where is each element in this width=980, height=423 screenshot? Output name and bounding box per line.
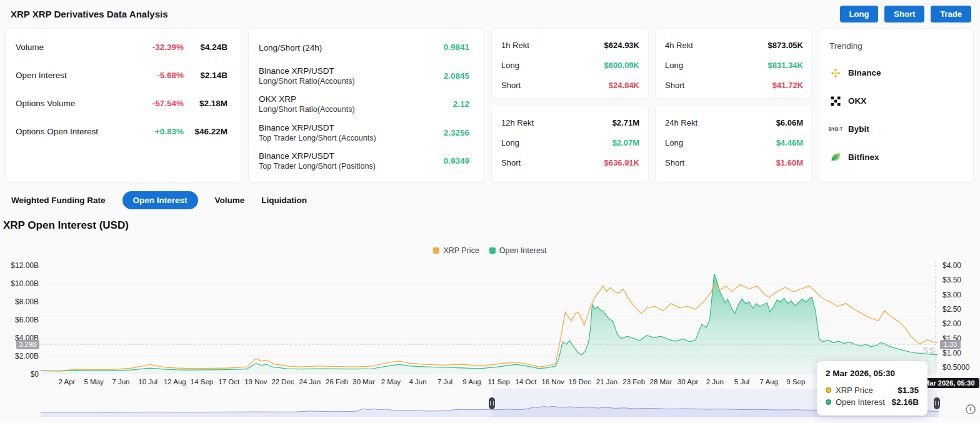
ratio-row: OKX XRP Long/Short Ratio(Accounts) 2.12 xyxy=(249,90,484,119)
rekt-long-label: Long xyxy=(501,61,604,70)
rekt-short-label: Short xyxy=(501,158,604,167)
x-axis-tick: 17 Oct xyxy=(218,378,239,386)
overview-row-volume: Volume -32.39% $4.24B xyxy=(6,33,241,61)
x-axis-tick: 4 Jun xyxy=(409,378,427,386)
legend-item-xrp-price[interactable]: XRP Price xyxy=(433,246,479,255)
ratio-row: Binance XRP/USDT Top Trader Long/Short (… xyxy=(249,147,484,176)
rekt-column-right: 4h Rekt$873.05K Long$831.34K Short$41.72… xyxy=(655,28,812,182)
right-axis-tick: $2.50 xyxy=(942,305,961,314)
x-axis-tick: 21 Jan xyxy=(596,378,618,386)
rekt-short-label: Short xyxy=(501,81,609,90)
header: XRP XRP Derivatives Data Analysis Long S… xyxy=(0,0,980,27)
stat-label: Options Volume xyxy=(16,99,128,108)
trending-item-okx[interactable]: OKX xyxy=(829,87,963,115)
okx-icon xyxy=(829,96,842,106)
tooltip-label: XRP Price xyxy=(836,386,893,395)
left-axis-tick: $2.00B xyxy=(15,352,39,361)
tab-weighted-funding-rate[interactable]: Weighted Funding Rate xyxy=(11,196,106,205)
ratio-row: Binance XRP/USDT Top Trader Long/Short (… xyxy=(249,119,484,147)
chart-tabs: Weighted Funding Rate Open Interest Volu… xyxy=(11,191,307,209)
tooltip-label: Open Interest xyxy=(836,397,887,407)
rekt-short-value: $636.91K xyxy=(604,158,639,167)
overview-row-open-interest: Open Interest -5.68% $2.14B xyxy=(6,61,241,89)
page-title: XRP XRP Derivatives Data Analysis xyxy=(11,9,168,19)
x-axis-tick: 19 Dec xyxy=(569,378,591,386)
stat-change: -32.39% xyxy=(128,42,184,52)
left-axis-tick: $10.00B xyxy=(11,279,39,288)
rekt-card-4h: 4h Rekt$873.05K Long$831.34K Short$41.72… xyxy=(655,28,812,99)
x-axis-tick: 2 May xyxy=(381,378,401,386)
rekt-total: $6.06M xyxy=(776,118,803,127)
trending-name: OKX xyxy=(848,96,866,106)
trending-item-bitfinex[interactable]: Bitfinex xyxy=(829,143,963,171)
trending-item-bybit[interactable]: BYBIT Bybit xyxy=(829,115,963,143)
long-button[interactable]: Long xyxy=(840,6,879,22)
legend-label: XRP Price xyxy=(443,246,479,255)
x-axis-tick: 9 Aug xyxy=(462,378,481,386)
ratio-value: 2.0845 xyxy=(444,71,469,81)
trade-button[interactable]: Trade xyxy=(931,6,971,22)
x-axis-tick: 7 Jul xyxy=(438,378,452,386)
navigator-left-handle[interactable] xyxy=(489,397,495,409)
ratio-value: 2.3256 xyxy=(444,128,469,137)
x-axis-tick: 7 Aug xyxy=(759,378,778,386)
ratio-value: 0.9349 xyxy=(444,156,469,166)
stat-change: -57.54% xyxy=(128,99,184,108)
x-axis-tick: 14 Oct xyxy=(515,378,536,386)
stat-change: +0.83% xyxy=(128,127,184,136)
trending-name: Bybit xyxy=(848,124,869,134)
ratio-value: 2.12 xyxy=(453,99,469,109)
tab-open-interest[interactable]: Open Interest xyxy=(122,191,198,209)
x-axis-tick: 16 Nov xyxy=(541,378,564,386)
rekt-short-label: Short xyxy=(665,81,772,90)
stat-value: $4.24B xyxy=(184,42,228,52)
x-axis-tick: 22 Dec xyxy=(271,378,294,386)
header-actions: Long Short Trade xyxy=(840,6,971,22)
rekt-long-label: Long xyxy=(665,61,768,70)
rekt-period: 1h Rekt xyxy=(501,41,604,50)
disclaimer-icon[interactable]: ! xyxy=(965,404,976,415)
rekt-period: 4h Rekt xyxy=(665,41,768,50)
rekt-short-label: Short xyxy=(665,158,776,167)
x-axis-tick: 2 Jun xyxy=(706,378,724,386)
rekt-period: 24h Rekt xyxy=(665,118,776,127)
x-axis-tick: 23 Feb xyxy=(622,378,645,386)
tooltip-value: $1.35 xyxy=(898,386,919,395)
svg-text:!: ! xyxy=(970,406,972,412)
stat-label: Options Open Interest xyxy=(16,127,128,136)
left-axis-tick: $6.00B xyxy=(15,316,39,324)
chart-tooltip: 2 Mar 2026, 05:30 XRP Price $1.35 Open I… xyxy=(817,361,928,416)
overview-row-options-open-interest: Options Open Interest +0.83% $46.22M xyxy=(6,117,241,146)
rekt-long-value: $2.07M xyxy=(612,138,639,147)
left-axis-tick: $8.00B xyxy=(15,297,39,306)
right-axis-tick: $4.00 xyxy=(942,261,961,270)
grip-icon xyxy=(490,401,494,406)
price-dot-icon xyxy=(826,387,831,393)
x-axis-tick: 14 Sep xyxy=(191,378,213,386)
rekt-long-label: Long xyxy=(665,138,776,147)
trending-item-binance[interactable]: Binance xyxy=(829,59,963,87)
main-chart-svg[interactable] xyxy=(41,261,938,374)
rekt-long-label: Long xyxy=(501,138,612,147)
x-axis-tick: 12 Aug xyxy=(164,378,186,386)
ratio-subtitle: Long/Short Ratio(Accounts) xyxy=(259,104,453,114)
right-axis: $4.00$3.50$3.00$2.50$2.00$1.50$1.00$0.50… xyxy=(942,241,979,384)
long-short-ratios-card: Long/Short (24h) 0.9841 Binance XRP/USDT… xyxy=(248,28,485,182)
tab-volume[interactable]: Volume xyxy=(215,196,245,205)
rekt-short-value: $24.84K xyxy=(609,81,639,90)
short-button[interactable]: Short xyxy=(884,6,924,22)
rekt-column-left: 1h Rekt$624.93K Long$600.09K Short$24.84… xyxy=(491,28,649,182)
watermark: SS xyxy=(922,346,936,356)
tab-liquidation[interactable]: Liquidation xyxy=(261,196,307,205)
legend-item-open-interest[interactable]: Open Interest xyxy=(489,246,547,255)
navigator-right-handle[interactable] xyxy=(934,397,940,409)
rekt-long-value: $600.09K xyxy=(604,61,639,70)
trending-card: Trending Binance xyxy=(819,28,974,182)
left-axis-crosshair-badge: 3.29B xyxy=(16,340,39,349)
overview-card: Volume -32.39% $4.24B Open Interest -5.6… xyxy=(5,28,242,182)
rekt-short-value: $1.60M xyxy=(776,158,803,167)
rekt-short-value: $41.72K xyxy=(772,81,803,90)
x-axis-tick: 30 Apr xyxy=(678,378,698,386)
x-axis-tick: 9 Sep xyxy=(786,378,805,386)
right-axis-crosshair-badge: 1.33 xyxy=(940,340,961,349)
